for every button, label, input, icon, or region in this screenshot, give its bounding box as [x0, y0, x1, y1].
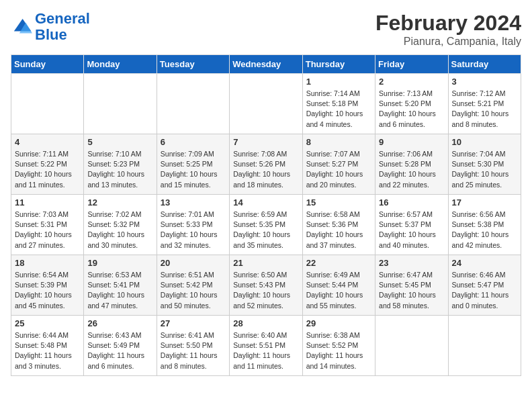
day-number: 4: [15, 137, 80, 147]
day-info: Sunrise: 7:03 AM Sunset: 5:31 PM Dayligh…: [15, 210, 80, 250]
day-number: 2: [379, 77, 444, 87]
calendar-cell: 21Sunrise: 6:50 AM Sunset: 5:43 PM Dayli…: [230, 255, 302, 316]
calendar-cell: 2Sunrise: 7:13 AM Sunset: 5:20 PM Daylig…: [375, 74, 448, 134]
day-number: 25: [15, 318, 80, 328]
logo-icon: [11, 16, 32, 38]
day-info: Sunrise: 6:50 AM Sunset: 5:43 PM Dayligh…: [233, 270, 298, 311]
day-number: 9: [379, 137, 444, 147]
day-number: 19: [87, 258, 152, 268]
day-info: Sunrise: 7:02 AM Sunset: 5:32 PM Dayligh…: [87, 210, 152, 250]
calendar-cell: 14Sunrise: 6:59 AM Sunset: 5:35 PM Dayli…: [230, 195, 302, 255]
calendar-cell: 11Sunrise: 7:03 AM Sunset: 5:31 PM Dayli…: [11, 195, 84, 255]
logo-line2: Blue: [35, 26, 67, 43]
calendar-cell: 7Sunrise: 7:08 AM Sunset: 5:26 PM Daylig…: [230, 134, 302, 195]
day-info: Sunrise: 6:54 AM Sunset: 5:39 PM Dayligh…: [15, 270, 80, 311]
calendar-cell: 19Sunrise: 6:53 AM Sunset: 5:41 PM Dayli…: [84, 255, 157, 316]
calendar-week-row: 1Sunrise: 7:14 AM Sunset: 5:18 PM Daylig…: [11, 74, 521, 134]
day-number: 1: [306, 77, 371, 87]
day-info: Sunrise: 6:51 AM Sunset: 5:42 PM Dayligh…: [161, 270, 226, 311]
calendar-cell: 3Sunrise: 7:12 AM Sunset: 5:21 PM Daylig…: [448, 74, 521, 134]
calendar-cell: 16Sunrise: 6:57 AM Sunset: 5:37 PM Dayli…: [375, 195, 448, 255]
day-info: Sunrise: 6:59 AM Sunset: 5:35 PM Dayligh…: [233, 210, 298, 250]
day-info: Sunrise: 7:14 AM Sunset: 5:18 PM Dayligh…: [306, 89, 371, 130]
day-number: 3: [452, 77, 517, 87]
day-info: Sunrise: 7:07 AM Sunset: 5:27 PM Dayligh…: [306, 149, 371, 190]
day-info: Sunrise: 7:04 AM Sunset: 5:30 PM Dayligh…: [452, 149, 517, 190]
day-number: 22: [306, 258, 371, 268]
main-title: February 2024: [375, 11, 521, 36]
day-number: 17: [452, 197, 517, 208]
day-info: Sunrise: 6:49 AM Sunset: 5:44 PM Dayligh…: [306, 270, 371, 311]
calendar-cell: 12Sunrise: 7:02 AM Sunset: 5:32 PM Dayli…: [84, 195, 157, 255]
calendar-cell: 20Sunrise: 6:51 AM Sunset: 5:42 PM Dayli…: [157, 255, 229, 316]
day-number: 10: [452, 137, 517, 147]
day-number: 18: [15, 258, 80, 268]
calendar-cell: 27Sunrise: 6:41 AM Sunset: 5:50 PM Dayli…: [157, 316, 229, 376]
day-info: Sunrise: 6:43 AM Sunset: 5:49 PM Dayligh…: [87, 330, 152, 371]
column-header-sunday: Sunday: [11, 55, 84, 74]
day-info: Sunrise: 6:38 AM Sunset: 5:52 PM Dayligh…: [306, 330, 371, 371]
calendar-week-row: 25Sunrise: 6:44 AM Sunset: 5:48 PM Dayli…: [11, 316, 521, 376]
calendar-header-row: SundayMondayTuesdayWednesdayThursdayFrid…: [11, 55, 521, 74]
day-info: Sunrise: 6:58 AM Sunset: 5:36 PM Dayligh…: [306, 210, 371, 250]
calendar-cell: 4Sunrise: 7:11 AM Sunset: 5:22 PM Daylig…: [11, 134, 84, 195]
day-number: 11: [15, 197, 80, 208]
day-number: 23: [379, 258, 444, 268]
day-number: 12: [87, 197, 152, 208]
day-number: 24: [452, 258, 517, 268]
calendar-cell: 25Sunrise: 6:44 AM Sunset: 5:48 PM Dayli…: [11, 316, 84, 376]
logo-text: General Blue: [35, 11, 90, 43]
day-info: Sunrise: 7:01 AM Sunset: 5:33 PM Dayligh…: [161, 210, 226, 250]
calendar-cell: 23Sunrise: 6:47 AM Sunset: 5:45 PM Dayli…: [375, 255, 448, 316]
day-info: Sunrise: 6:41 AM Sunset: 5:50 PM Dayligh…: [161, 330, 226, 371]
column-header-tuesday: Tuesday: [157, 55, 229, 74]
day-info: Sunrise: 7:06 AM Sunset: 5:28 PM Dayligh…: [379, 149, 444, 190]
calendar-cell: 1Sunrise: 7:14 AM Sunset: 5:18 PM Daylig…: [302, 74, 375, 134]
day-info: Sunrise: 6:40 AM Sunset: 5:51 PM Dayligh…: [233, 330, 298, 371]
calendar-table: SundayMondayTuesdayWednesdayThursdayFrid…: [11, 54, 521, 376]
calendar-cell: 28Sunrise: 6:40 AM Sunset: 5:51 PM Dayli…: [230, 316, 302, 376]
calendar-cell: 9Sunrise: 7:06 AM Sunset: 5:28 PM Daylig…: [375, 134, 448, 195]
calendar-cell: 15Sunrise: 6:58 AM Sunset: 5:36 PM Dayli…: [302, 195, 375, 255]
calendar-cell: [375, 316, 448, 376]
header: General Blue February 2024 Pianura, Camp…: [11, 11, 521, 48]
calendar-cell: 29Sunrise: 6:38 AM Sunset: 5:52 PM Dayli…: [302, 316, 375, 376]
calendar-cell: 13Sunrise: 7:01 AM Sunset: 5:33 PM Dayli…: [157, 195, 229, 255]
day-info: Sunrise: 7:10 AM Sunset: 5:23 PM Dayligh…: [87, 149, 152, 190]
day-number: 28: [233, 318, 298, 328]
calendar-cell: 8Sunrise: 7:07 AM Sunset: 5:27 PM Daylig…: [302, 134, 375, 195]
day-info: Sunrise: 6:46 AM Sunset: 5:47 PM Dayligh…: [452, 270, 517, 311]
day-info: Sunrise: 7:08 AM Sunset: 5:26 PM Dayligh…: [233, 149, 298, 190]
day-number: 16: [379, 197, 444, 208]
calendar-cell: 26Sunrise: 6:43 AM Sunset: 5:49 PM Dayli…: [84, 316, 157, 376]
day-number: 14: [233, 197, 298, 208]
day-info: Sunrise: 7:13 AM Sunset: 5:20 PM Dayligh…: [379, 89, 444, 130]
column-header-friday: Friday: [375, 55, 448, 74]
calendar-cell: 10Sunrise: 7:04 AM Sunset: 5:30 PM Dayli…: [448, 134, 521, 195]
calendar-cell: [84, 74, 157, 134]
calendar-week-row: 18Sunrise: 6:54 AM Sunset: 5:39 PM Dayli…: [11, 255, 521, 316]
day-number: 5: [87, 137, 152, 147]
day-info: Sunrise: 6:47 AM Sunset: 5:45 PM Dayligh…: [379, 270, 444, 311]
day-number: 20: [161, 258, 226, 268]
day-info: Sunrise: 6:56 AM Sunset: 5:38 PM Dayligh…: [452, 210, 517, 250]
calendar-week-row: 11Sunrise: 7:03 AM Sunset: 5:31 PM Dayli…: [11, 195, 521, 255]
subtitle: Pianura, Campania, Italy: [375, 36, 521, 48]
day-number: 29: [306, 318, 371, 328]
logo-line1: General: [35, 10, 90, 27]
day-number: 13: [161, 197, 226, 208]
column-header-saturday: Saturday: [448, 55, 521, 74]
calendar-week-row: 4Sunrise: 7:11 AM Sunset: 5:22 PM Daylig…: [11, 134, 521, 195]
day-info: Sunrise: 6:53 AM Sunset: 5:41 PM Dayligh…: [87, 270, 152, 311]
title-area: February 2024 Pianura, Campania, Italy: [375, 11, 521, 48]
day-info: Sunrise: 7:11 AM Sunset: 5:22 PM Dayligh…: [15, 149, 80, 190]
day-number: 21: [233, 258, 298, 268]
calendar-cell: [448, 316, 521, 376]
column-header-wednesday: Wednesday: [230, 55, 302, 74]
day-number: 6: [161, 137, 226, 147]
day-info: Sunrise: 7:12 AM Sunset: 5:21 PM Dayligh…: [452, 89, 517, 130]
day-number: 15: [306, 197, 371, 208]
calendar-cell: 24Sunrise: 6:46 AM Sunset: 5:47 PM Dayli…: [448, 255, 521, 316]
logo: General Blue: [11, 11, 90, 43]
calendar-cell: [230, 74, 302, 134]
